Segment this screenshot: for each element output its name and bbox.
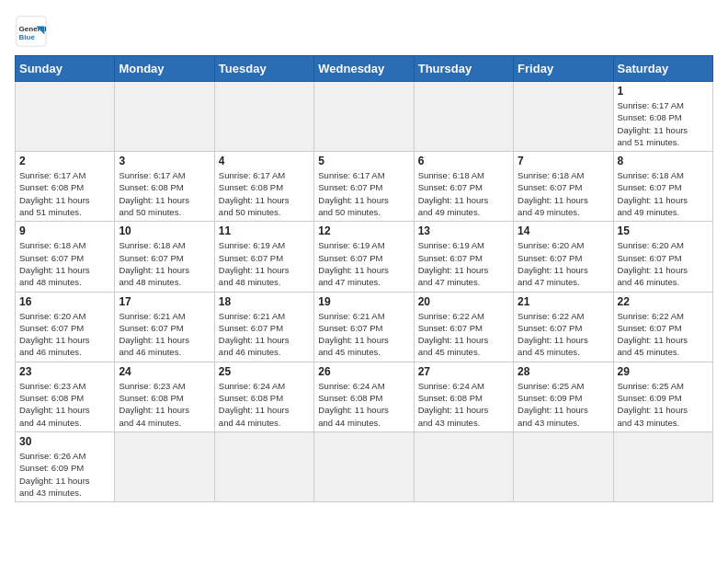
day-info: Sunrise: 6:17 AM Sunset: 6:07 PM Dayligh… — [318, 169, 409, 218]
week-row-1: 1Sunrise: 6:17 AM Sunset: 6:08 PM Daylig… — [16, 82, 713, 152]
week-row-5: 23Sunrise: 6:23 AM Sunset: 6:08 PM Dayli… — [16, 362, 713, 431]
day-cell: 8Sunrise: 6:18 AM Sunset: 6:07 PM Daylig… — [613, 152, 712, 222]
day-cell: 27Sunrise: 6:24 AM Sunset: 6:08 PM Dayli… — [414, 362, 513, 431]
day-cell: 16Sunrise: 6:20 AM Sunset: 6:07 PM Dayli… — [16, 292, 115, 362]
day-number: 10 — [119, 224, 210, 237]
day-number: 8 — [618, 155, 709, 167]
day-info: Sunrise: 6:20 AM Sunset: 6:07 PM Dayligh… — [618, 239, 709, 288]
day-number: 11 — [219, 224, 310, 237]
day-number: 4 — [219, 155, 310, 167]
day-info: Sunrise: 6:22 AM Sunset: 6:07 PM Dayligh… — [618, 310, 709, 359]
day-cell: 10Sunrise: 6:18 AM Sunset: 6:07 PM Dayli… — [115, 222, 214, 292]
week-row-4: 16Sunrise: 6:20 AM Sunset: 6:07 PM Dayli… — [16, 292, 713, 362]
day-cell: 3Sunrise: 6:17 AM Sunset: 6:08 PM Daylig… — [115, 152, 214, 222]
day-info: Sunrise: 6:24 AM Sunset: 6:08 PM Dayligh… — [318, 380, 409, 429]
day-cell: 24Sunrise: 6:23 AM Sunset: 6:08 PM Dayli… — [115, 362, 214, 431]
day-info: Sunrise: 6:25 AM Sunset: 6:09 PM Dayligh… — [618, 380, 709, 429]
day-cell: 12Sunrise: 6:19 AM Sunset: 6:07 PM Dayli… — [314, 222, 414, 292]
day-info: Sunrise: 6:18 AM Sunset: 6:07 PM Dayligh… — [518, 169, 609, 218]
day-cell — [214, 431, 313, 501]
day-info: Sunrise: 6:21 AM Sunset: 6:07 PM Dayligh… — [219, 310, 310, 359]
logo-icon: General Blue — [15, 15, 48, 48]
day-cell — [613, 431, 712, 501]
day-info: Sunrise: 6:18 AM Sunset: 6:07 PM Dayligh… — [418, 169, 509, 218]
logo: General Blue — [15, 15, 51, 48]
day-cell: 30Sunrise: 6:26 AM Sunset: 6:09 PM Dayli… — [16, 431, 115, 501]
day-info: Sunrise: 6:18 AM Sunset: 6:07 PM Dayligh… — [119, 239, 210, 288]
day-info: Sunrise: 6:17 AM Sunset: 6:08 PM Dayligh… — [19, 169, 110, 218]
day-info: Sunrise: 6:22 AM Sunset: 6:07 PM Dayligh… — [418, 310, 509, 359]
day-cell: 5Sunrise: 6:17 AM Sunset: 6:07 PM Daylig… — [314, 152, 414, 222]
day-number: 9 — [19, 224, 110, 237]
day-number: 27 — [418, 365, 509, 378]
day-number: 17 — [119, 295, 210, 308]
week-row-3: 9Sunrise: 6:18 AM Sunset: 6:07 PM Daylig… — [16, 222, 713, 292]
day-info: Sunrise: 6:22 AM Sunset: 6:07 PM Dayligh… — [518, 310, 609, 359]
day-info: Sunrise: 6:23 AM Sunset: 6:08 PM Dayligh… — [119, 380, 210, 429]
day-info: Sunrise: 6:25 AM Sunset: 6:09 PM Dayligh… — [518, 380, 609, 429]
column-header-wednesday: Wednesday — [314, 56, 414, 82]
day-cell — [115, 431, 214, 501]
day-cell: 21Sunrise: 6:22 AM Sunset: 6:07 PM Dayli… — [514, 292, 613, 362]
header: General Blue — [15, 15, 713, 48]
calendar-table: SundayMondayTuesdayWednesdayThursdayFrid… — [15, 55, 713, 502]
column-header-friday: Friday — [514, 56, 613, 82]
day-info: Sunrise: 6:21 AM Sunset: 6:07 PM Dayligh… — [318, 310, 409, 359]
day-info: Sunrise: 6:20 AM Sunset: 6:07 PM Dayligh… — [518, 239, 609, 288]
day-info: Sunrise: 6:21 AM Sunset: 6:07 PM Dayligh… — [119, 310, 210, 359]
column-header-monday: Monday — [115, 56, 214, 82]
day-cell — [115, 82, 214, 152]
calendar-header-row: SundayMondayTuesdayWednesdayThursdayFrid… — [16, 56, 713, 82]
day-number: 29 — [618, 365, 709, 378]
day-info: Sunrise: 6:23 AM Sunset: 6:08 PM Dayligh… — [19, 380, 110, 429]
day-cell — [314, 82, 414, 152]
day-cell: 18Sunrise: 6:21 AM Sunset: 6:07 PM Dayli… — [214, 292, 313, 362]
day-number: 3 — [119, 155, 210, 167]
day-number: 7 — [518, 155, 609, 167]
day-cell: 22Sunrise: 6:22 AM Sunset: 6:07 PM Dayli… — [613, 292, 712, 362]
day-number: 12 — [318, 224, 409, 237]
day-cell: 11Sunrise: 6:19 AM Sunset: 6:07 PM Dayli… — [214, 222, 313, 292]
day-cell: 14Sunrise: 6:20 AM Sunset: 6:07 PM Dayli… — [514, 222, 613, 292]
day-info: Sunrise: 6:18 AM Sunset: 6:07 PM Dayligh… — [618, 169, 709, 218]
day-number: 23 — [19, 365, 110, 378]
day-cell: 4Sunrise: 6:17 AM Sunset: 6:08 PM Daylig… — [214, 152, 313, 222]
day-number: 25 — [219, 365, 310, 378]
day-number: 5 — [318, 155, 409, 167]
day-cell: 7Sunrise: 6:18 AM Sunset: 6:07 PM Daylig… — [514, 152, 613, 222]
day-cell: 9Sunrise: 6:18 AM Sunset: 6:07 PM Daylig… — [16, 222, 115, 292]
day-cell: 29Sunrise: 6:25 AM Sunset: 6:09 PM Dayli… — [613, 362, 712, 431]
day-info: Sunrise: 6:17 AM Sunset: 6:08 PM Dayligh… — [219, 169, 310, 218]
day-number: 21 — [518, 295, 609, 308]
day-cell — [414, 431, 513, 501]
day-cell: 23Sunrise: 6:23 AM Sunset: 6:08 PM Dayli… — [16, 362, 115, 431]
day-cell: 26Sunrise: 6:24 AM Sunset: 6:08 PM Dayli… — [314, 362, 414, 431]
day-info: Sunrise: 6:18 AM Sunset: 6:07 PM Dayligh… — [19, 239, 110, 288]
week-row-6: 30Sunrise: 6:26 AM Sunset: 6:09 PM Dayli… — [16, 431, 713, 501]
day-number: 16 — [19, 295, 110, 308]
week-row-2: 2Sunrise: 6:17 AM Sunset: 6:08 PM Daylig… — [16, 152, 713, 222]
day-number: 13 — [418, 224, 509, 237]
day-cell: 13Sunrise: 6:19 AM Sunset: 6:07 PM Dayli… — [414, 222, 513, 292]
day-cell — [214, 82, 313, 152]
day-cell — [514, 82, 613, 152]
day-number: 6 — [418, 155, 509, 167]
day-number: 19 — [318, 295, 409, 308]
day-number: 26 — [318, 365, 409, 378]
day-cell: 25Sunrise: 6:24 AM Sunset: 6:08 PM Dayli… — [214, 362, 313, 431]
day-cell — [514, 431, 613, 501]
day-number: 15 — [618, 224, 709, 237]
day-number: 1 — [618, 85, 709, 98]
day-info: Sunrise: 6:26 AM Sunset: 6:09 PM Dayligh… — [19, 450, 110, 499]
day-cell — [314, 431, 414, 501]
day-cell: 28Sunrise: 6:25 AM Sunset: 6:09 PM Dayli… — [514, 362, 613, 431]
column-header-sunday: Sunday — [16, 56, 115, 82]
day-info: Sunrise: 6:19 AM Sunset: 6:07 PM Dayligh… — [219, 239, 310, 288]
day-number: 2 — [19, 155, 110, 167]
column-header-thursday: Thursday — [414, 56, 513, 82]
day-info: Sunrise: 6:19 AM Sunset: 6:07 PM Dayligh… — [418, 239, 509, 288]
day-cell — [16, 82, 115, 152]
day-number: 20 — [418, 295, 509, 308]
column-header-saturday: Saturday — [613, 56, 712, 82]
day-cell: 6Sunrise: 6:18 AM Sunset: 6:07 PM Daylig… — [414, 152, 513, 222]
